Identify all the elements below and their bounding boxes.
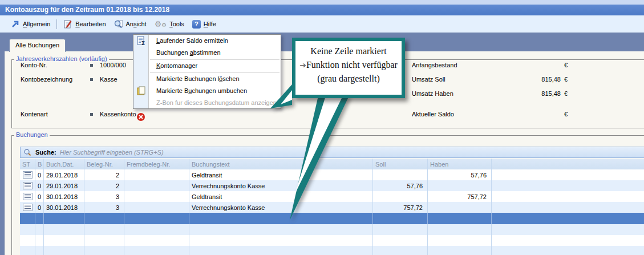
menu-hilfe-label: Hilfe bbox=[204, 21, 216, 27]
table-row[interactable]: 0 29.01.2018 2 Geldtransit 57,76 bbox=[20, 169, 644, 180]
cell-buchungstext: Verrechnungskonto Kasse bbox=[189, 202, 373, 213]
col-header-b[interactable]: B bbox=[35, 159, 44, 169]
row-detail-grid-icon[interactable] bbox=[23, 204, 33, 211]
cell-b: 0 bbox=[35, 180, 44, 191]
cell-soll: 57,76 bbox=[373, 180, 428, 191]
menu-item-label: Kontomanager bbox=[156, 62, 197, 69]
menu-item-zbon-disabled: Z-Bon fur dieses Buchungsdatum anzeigen bbox=[133, 97, 281, 109]
table-row[interactable]: 0 30.01.2018 3 Geldtransit 757,72 bbox=[20, 191, 644, 202]
cell-buchungstext: Geldtransit bbox=[189, 191, 373, 202]
field-label: Konto-Nr. bbox=[21, 62, 47, 68]
menu-allgemein[interactable]: Allgemein bbox=[7, 18, 54, 30]
table-header[interactable]: ST B Buch.Dat. Beleg-Nr. Fremdbeleg-Nr. … bbox=[20, 159, 644, 169]
gears-icon: ⚙⚙ bbox=[155, 19, 167, 29]
search-placeholder: Hier Suchbegriff eingeben (STRG+S) bbox=[60, 149, 164, 156]
cell-buchungstext: Verrechnungskonto Kasse bbox=[189, 180, 373, 191]
col-header-beleg[interactable]: Beleg-Nr. bbox=[84, 159, 124, 169]
row-detail-grid-icon[interactable] bbox=[23, 171, 33, 179]
col-header-soll[interactable]: Soll bbox=[373, 159, 428, 169]
cell-b: 0 bbox=[35, 191, 44, 202]
cell-b: 0 bbox=[35, 169, 44, 180]
cell-buchungstext: Geldtransit bbox=[189, 169, 373, 180]
currency-symbol: € bbox=[564, 76, 568, 83]
field-value-kontobezeichnung: Kasse bbox=[100, 76, 118, 83]
menu-item-buchungen-umbuchen[interactable]: Markierte Buchungen umbuchen bbox=[133, 85, 281, 97]
field-value-konto-nr: 1000/000 bbox=[100, 62, 126, 68]
currency-symbol: € bbox=[564, 90, 568, 97]
col-header-buchdat[interactable]: Buch.Dat. bbox=[44, 159, 84, 169]
cell-date: 29.01.2018 bbox=[44, 180, 84, 191]
table-row[interactable]: 0 30.01.2018 3 Verrechnungskonto Kasse 7… bbox=[20, 202, 644, 213]
menu-item-label: Markierte Buchungen löschen bbox=[156, 75, 240, 82]
currency-symbol: € bbox=[564, 111, 568, 118]
field-label: Kontobezeichnung bbox=[21, 76, 72, 83]
cell-date: 30.01.2018 bbox=[44, 202, 84, 213]
arrow-up-right-icon bbox=[11, 19, 20, 29]
col-header-filler bbox=[492, 159, 644, 169]
toolbar: Allgemein Bearbeiten Ansicht ⚙⚙ Tools ? … bbox=[0, 15, 644, 33]
svg-text:Σ: Σ bbox=[141, 41, 145, 46]
cell-soll bbox=[373, 191, 428, 202]
menu-tools-label: Tools bbox=[169, 21, 184, 27]
search-input[interactable]: Suche: Hier Suchbegriff eingeben (STRG+S… bbox=[20, 147, 644, 158]
col-header-buchungstext[interactable]: Buchungstext bbox=[189, 159, 373, 169]
row-detail-grid-icon[interactable] bbox=[23, 182, 33, 189]
menu-item-buchungen-abstimmen[interactable]: Buchungen abstimmen bbox=[133, 47, 281, 59]
cell-fremdbeleg bbox=[124, 202, 189, 213]
cell-haben: 757,72 bbox=[428, 191, 492, 202]
col-header-haben[interactable]: Haben bbox=[428, 159, 492, 169]
right-arrow-icon: ➔ bbox=[299, 60, 306, 70]
cell-soll bbox=[373, 169, 428, 180]
cell-fremdbeleg bbox=[124, 180, 189, 191]
field-label: Kontenart bbox=[21, 111, 48, 118]
cell-beleg: 3 bbox=[84, 191, 124, 202]
field-label: Aktueller Saldo bbox=[412, 111, 454, 118]
table-row-empty[interactable] bbox=[20, 224, 644, 235]
help-icon: ? bbox=[192, 20, 201, 29]
cell-date: 30.01.2018 bbox=[44, 191, 84, 202]
callout-line2: ➔Funktion nicht verfügbar (grau dargeste… bbox=[295, 58, 402, 86]
field-amount-umsatz-haben: 815,48 bbox=[484, 90, 561, 97]
menu-item-label: Buchungen abstimmen bbox=[156, 49, 221, 56]
cell-beleg: 2 bbox=[84, 169, 124, 180]
menu-bearbeiten[interactable]: Bearbeiten bbox=[59, 18, 110, 30]
table-row-empty[interactable] bbox=[20, 246, 644, 255]
table-row[interactable]: 0 29.01.2018 2 Verrechnungskonto Kasse 5… bbox=[20, 180, 644, 191]
menu-item-kontomanager[interactable]: Kontomanager bbox=[133, 60, 281, 72]
menu-ansicht-label: Ansicht bbox=[126, 21, 147, 27]
window-top-border bbox=[0, 0, 644, 5]
field-label: Anfangsbestand bbox=[412, 62, 457, 68]
cell-b: 0 bbox=[35, 202, 44, 213]
field-label: Umsatz Haben bbox=[412, 90, 453, 97]
cell-beleg: 3 bbox=[84, 202, 124, 213]
field-bullet bbox=[90, 113, 93, 116]
search-icon bbox=[23, 148, 31, 156]
menu-item-label: Markierte Buchungen umbuchen bbox=[156, 87, 247, 94]
field-value-kontenart: Kassenkonto bbox=[100, 111, 136, 118]
field-bullet bbox=[90, 64, 93, 67]
field-label: Umsatz Soll bbox=[412, 76, 445, 83]
cell-beleg: 2 bbox=[84, 180, 124, 191]
menu-item-label: Laufender Saldo ermitteln bbox=[156, 37, 228, 44]
menu-item-laufender-saldo[interactable]: Σ Laufender Saldo ermitteln bbox=[133, 35, 281, 47]
window-title: Kontoauszug für den Zeitraum 01.2018 bis… bbox=[0, 5, 644, 15]
delete-icon bbox=[136, 112, 146, 122]
field-amount-umsatz-soll: 815,48 bbox=[484, 76, 561, 83]
cell-soll: 757,72 bbox=[373, 202, 428, 213]
menu-ansicht[interactable]: Ansicht bbox=[110, 18, 151, 30]
cell-date: 29.01.2018 bbox=[44, 169, 84, 180]
field-bullet bbox=[90, 78, 93, 81]
callout-line1: Keine Zeile markiert bbox=[295, 44, 402, 58]
groupbox-legend: Buchungen bbox=[14, 131, 50, 138]
row-detail-grid-icon[interactable] bbox=[23, 193, 33, 200]
col-header-st[interactable]: ST bbox=[20, 159, 35, 169]
table-row-empty[interactable] bbox=[20, 235, 644, 246]
col-header-fremdbeleg[interactable]: Fremdbeleg-Nr. bbox=[124, 159, 189, 169]
menu-tools[interactable]: ⚙⚙ Tools bbox=[151, 18, 188, 30]
table-row-selected[interactable] bbox=[20, 213, 644, 224]
annotation-callout: Keine Zeile markiert ➔Funktion nicht ver… bbox=[292, 38, 405, 98]
tab-alle-buchungen[interactable]: Alle Buchungen bbox=[9, 39, 66, 52]
tools-dropdown-menu: Σ Laufender Saldo ermitteln Buchungen ab… bbox=[133, 34, 281, 109]
menu-item-buchungen-loeschen[interactable]: Markierte Buchungen löschen bbox=[133, 73, 281, 85]
menu-hilfe[interactable]: ? Hilfe bbox=[188, 18, 220, 30]
